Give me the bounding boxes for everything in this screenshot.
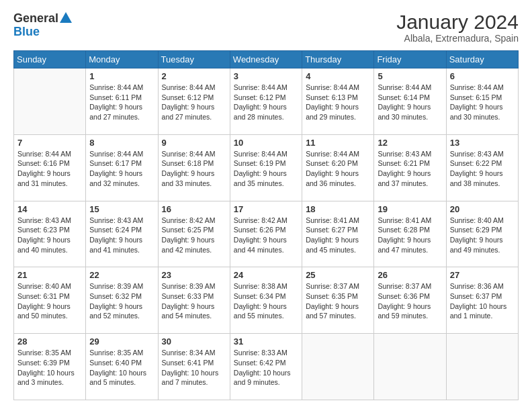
- day-info: Sunrise: 8:34 AM Sunset: 6:41 PM Dayligh…: [162, 348, 226, 387]
- day-info: Sunrise: 8:44 AM Sunset: 6:16 PM Dayligh…: [17, 149, 82, 189]
- calendar-cell: 24Sunrise: 8:38 AM Sunset: 6:34 PM Dayli…: [230, 267, 302, 334]
- day-number: 5: [378, 71, 442, 81]
- day-number: 9: [162, 138, 226, 148]
- calendar-cell: 23Sunrise: 8:39 AM Sunset: 6:33 PM Dayli…: [158, 267, 230, 334]
- subtitle: Albala, Extremadura, Spain: [396, 33, 519, 44]
- day-number: 3: [234, 71, 298, 81]
- day-number: 24: [234, 270, 298, 280]
- calendar-week-row: 14Sunrise: 8:43 AM Sunset: 6:23 PM Dayli…: [14, 201, 519, 267]
- day-info: Sunrise: 8:43 AM Sunset: 6:23 PM Dayligh…: [17, 216, 82, 255]
- calendar-cell: 17Sunrise: 8:42 AM Sunset: 6:26 PM Dayli…: [230, 201, 302, 267]
- day-number: 21: [17, 270, 82, 280]
- day-info: Sunrise: 8:40 AM Sunset: 6:31 PM Dayligh…: [17, 281, 82, 321]
- calendar-cell: [14, 68, 86, 135]
- col-sunday: Sunday: [14, 51, 86, 68]
- day-number: 8: [89, 138, 154, 148]
- title-block: January 2024 Albala, Extremadura, Spain: [396, 11, 519, 44]
- day-number: 31: [234, 336, 298, 347]
- col-saturday: Saturday: [446, 51, 518, 68]
- calendar-cell: 22Sunrise: 8:39 AM Sunset: 6:32 PM Dayli…: [86, 267, 158, 334]
- day-info: Sunrise: 8:44 AM Sunset: 6:11 PM Dayligh…: [89, 83, 154, 122]
- day-number: 13: [450, 138, 515, 148]
- calendar-cell: 1Sunrise: 8:44 AM Sunset: 6:11 PM Daylig…: [86, 68, 158, 135]
- calendar-cell: 25Sunrise: 8:37 AM Sunset: 6:35 PM Dayli…: [302, 267, 374, 334]
- day-info: Sunrise: 8:44 AM Sunset: 6:14 PM Dayligh…: [378, 83, 442, 122]
- day-number: 14: [17, 204, 82, 214]
- calendar-cell: 4Sunrise: 8:44 AM Sunset: 6:13 PM Daylig…: [302, 68, 374, 135]
- calendar-week-row: 21Sunrise: 8:40 AM Sunset: 6:31 PM Dayli…: [14, 267, 519, 334]
- main-title: January 2024: [396, 11, 519, 33]
- day-number: 26: [378, 270, 442, 280]
- day-number: 15: [89, 204, 154, 214]
- day-info: Sunrise: 8:44 AM Sunset: 6:13 PM Dayligh…: [306, 83, 370, 122]
- day-info: Sunrise: 8:44 AM Sunset: 6:12 PM Dayligh…: [234, 83, 298, 122]
- day-number: 27: [450, 270, 515, 280]
- calendar-cell: 20Sunrise: 8:40 AM Sunset: 6:29 PM Dayli…: [446, 201, 518, 267]
- day-info: Sunrise: 8:43 AM Sunset: 6:22 PM Dayligh…: [450, 149, 515, 189]
- calendar-cell: 21Sunrise: 8:40 AM Sunset: 6:31 PM Dayli…: [14, 267, 86, 334]
- calendar-table: Sunday Monday Tuesday Wednesday Thursday…: [13, 50, 519, 400]
- day-info: Sunrise: 8:40 AM Sunset: 6:29 PM Dayligh…: [450, 216, 515, 255]
- header: General Blue January 2024 Albala, Extrem…: [13, 11, 519, 44]
- calendar-week-row: 1Sunrise: 8:44 AM Sunset: 6:11 PM Daylig…: [14, 68, 519, 135]
- calendar-cell: 28Sunrise: 8:35 AM Sunset: 6:39 PM Dayli…: [14, 334, 86, 400]
- day-info: Sunrise: 8:35 AM Sunset: 6:40 PM Dayligh…: [89, 348, 154, 387]
- calendar-week-row: 7Sunrise: 8:44 AM Sunset: 6:16 PM Daylig…: [14, 134, 519, 201]
- day-info: Sunrise: 8:44 AM Sunset: 6:17 PM Dayligh…: [89, 149, 154, 189]
- day-info: Sunrise: 8:41 AM Sunset: 6:28 PM Dayligh…: [378, 216, 442, 255]
- calendar-cell: 2Sunrise: 8:44 AM Sunset: 6:12 PM Daylig…: [158, 68, 230, 135]
- calendar-cell: [374, 334, 446, 400]
- col-friday: Friday: [374, 51, 446, 68]
- logo-blue: Blue: [13, 26, 40, 38]
- day-number: 18: [306, 204, 370, 214]
- day-number: 29: [89, 336, 154, 347]
- day-number: 6: [450, 71, 515, 81]
- day-number: 4: [306, 71, 370, 81]
- calendar-cell: 10Sunrise: 8:44 AM Sunset: 6:19 PM Dayli…: [230, 134, 302, 201]
- day-number: 20: [450, 204, 515, 214]
- day-number: 10: [234, 138, 298, 148]
- day-number: 25: [306, 270, 370, 280]
- calendar-cell: 26Sunrise: 8:37 AM Sunset: 6:36 PM Dayli…: [374, 267, 446, 334]
- day-info: Sunrise: 8:39 AM Sunset: 6:32 PM Dayligh…: [89, 281, 154, 321]
- day-number: 17: [234, 204, 298, 214]
- day-info: Sunrise: 8:41 AM Sunset: 6:27 PM Dayligh…: [306, 216, 370, 255]
- day-info: Sunrise: 8:36 AM Sunset: 6:37 PM Dayligh…: [450, 281, 515, 321]
- day-number: 23: [162, 270, 226, 280]
- day-number: 30: [162, 336, 226, 347]
- calendar-cell: 30Sunrise: 8:34 AM Sunset: 6:41 PM Dayli…: [158, 334, 230, 400]
- calendar-cell: [302, 334, 374, 400]
- col-tuesday: Tuesday: [158, 51, 230, 68]
- day-info: Sunrise: 8:37 AM Sunset: 6:36 PM Dayligh…: [378, 281, 442, 321]
- calendar-cell: 18Sunrise: 8:41 AM Sunset: 6:27 PM Dayli…: [302, 201, 374, 267]
- col-monday: Monday: [86, 51, 158, 68]
- day-number: 16: [162, 204, 226, 214]
- day-info: Sunrise: 8:43 AM Sunset: 6:24 PM Dayligh…: [89, 216, 154, 255]
- calendar-cell: 11Sunrise: 8:44 AM Sunset: 6:20 PM Dayli…: [302, 134, 374, 201]
- col-thursday: Thursday: [302, 51, 374, 68]
- day-number: 12: [378, 138, 442, 148]
- logo-general: General: [13, 12, 58, 24]
- day-info: Sunrise: 8:42 AM Sunset: 6:25 PM Dayligh…: [162, 216, 226, 255]
- calendar-cell: 9Sunrise: 8:44 AM Sunset: 6:18 PM Daylig…: [158, 134, 230, 201]
- calendar-cell: 16Sunrise: 8:42 AM Sunset: 6:25 PM Dayli…: [158, 201, 230, 267]
- day-number: 2: [162, 71, 226, 81]
- calendar-cell: 19Sunrise: 8:41 AM Sunset: 6:28 PM Dayli…: [374, 201, 446, 267]
- day-info: Sunrise: 8:44 AM Sunset: 6:18 PM Dayligh…: [162, 149, 226, 189]
- day-info: Sunrise: 8:44 AM Sunset: 6:12 PM Dayligh…: [162, 83, 226, 122]
- calendar-cell: 13Sunrise: 8:43 AM Sunset: 6:22 PM Dayli…: [446, 134, 518, 201]
- day-info: Sunrise: 8:35 AM Sunset: 6:39 PM Dayligh…: [17, 348, 82, 387]
- day-info: Sunrise: 8:37 AM Sunset: 6:35 PM Dayligh…: [306, 281, 370, 321]
- calendar-cell: 7Sunrise: 8:44 AM Sunset: 6:16 PM Daylig…: [14, 134, 86, 201]
- day-info: Sunrise: 8:43 AM Sunset: 6:21 PM Dayligh…: [378, 149, 442, 189]
- day-info: Sunrise: 8:42 AM Sunset: 6:26 PM Dayligh…: [234, 216, 298, 255]
- calendar-cell: 12Sunrise: 8:43 AM Sunset: 6:21 PM Dayli…: [374, 134, 446, 201]
- page: General Blue January 2024 Albala, Extrem…: [0, 0, 532, 411]
- calendar-cell: [446, 334, 518, 400]
- logo-icon: [58, 11, 73, 26]
- calendar-cell: 31Sunrise: 8:33 AM Sunset: 6:42 PM Dayli…: [230, 334, 302, 400]
- day-info: Sunrise: 8:39 AM Sunset: 6:33 PM Dayligh…: [162, 281, 226, 321]
- day-info: Sunrise: 8:44 AM Sunset: 6:15 PM Dayligh…: [450, 83, 515, 122]
- day-info: Sunrise: 8:44 AM Sunset: 6:20 PM Dayligh…: [306, 149, 370, 189]
- calendar-cell: 15Sunrise: 8:43 AM Sunset: 6:24 PM Dayli…: [86, 201, 158, 267]
